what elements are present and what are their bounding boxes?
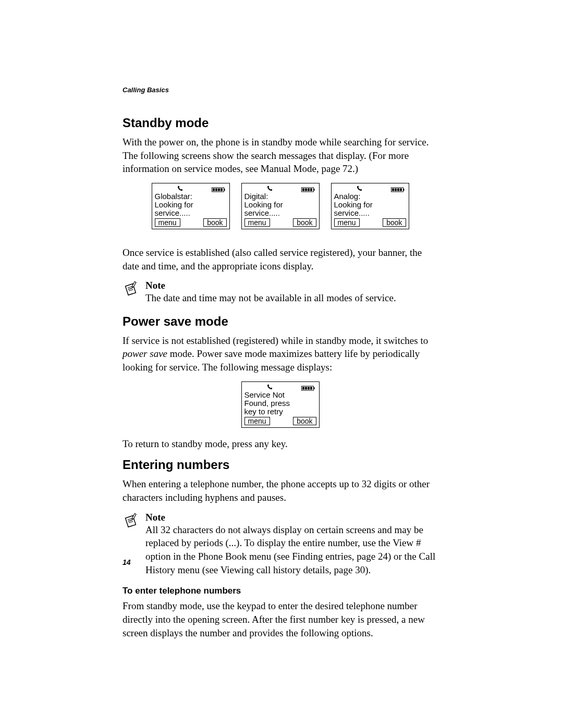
battery-icon — [211, 186, 226, 191]
text-run: If service is not established (registere… — [123, 335, 428, 346]
note-block: Note All 32 characters do not always dis… — [123, 512, 438, 577]
note-label: Note — [145, 512, 438, 523]
paragraph: If service is not established (registere… — [123, 334, 438, 374]
softkey-left: menu — [244, 218, 270, 227]
phone-screen: Digital: Looking for service..... menu b… — [241, 183, 320, 229]
note-block: Note The date and time may not be availa… — [123, 280, 438, 305]
screen-text-line: Looking for — [244, 201, 316, 209]
screen-text-line: Globalstar: — [155, 192, 227, 201]
battery-icon — [390, 186, 405, 191]
note-label: Note — [145, 280, 438, 291]
text-emphasis: power save — [123, 348, 167, 359]
note-icon — [123, 281, 138, 297]
softkey-right: book — [203, 218, 226, 227]
screen-text-line: Service Not — [244, 391, 316, 399]
screen-text-line: Digital: — [244, 192, 316, 201]
softkey-right: book — [293, 417, 316, 425]
screen-text-line: service..... — [334, 209, 406, 217]
heading-standby-mode: Standby mode — [123, 116, 438, 130]
paragraph: From standby mode, use the keypad to ent… — [123, 599, 438, 639]
phone-screen: Service Not Found, press key to retry me… — [241, 381, 320, 428]
heading-entering-numbers: Entering numbers — [123, 458, 438, 472]
softkey-right: book — [293, 218, 316, 227]
phone-screen: Analog: Looking for service..... menu bo… — [331, 183, 409, 229]
paragraph: To return to standby mode, press any key… — [123, 437, 438, 451]
handset-icon — [266, 384, 273, 390]
screen-text-line: Analog: — [334, 192, 406, 201]
screen-text-line: Found, press — [244, 399, 316, 408]
battery-icon — [301, 384, 315, 389]
running-header: Calling Basics — [123, 86, 438, 94]
screen-text-line: key to retry — [244, 408, 316, 416]
page-number: 14 — [123, 558, 131, 566]
softkey-left: menu — [244, 417, 270, 425]
handset-icon — [356, 185, 362, 191]
handset-icon — [177, 185, 183, 191]
softkey-left: menu — [155, 218, 180, 227]
battery-icon — [301, 186, 315, 191]
paragraph: When entering a telephone number, the ph… — [123, 477, 438, 504]
note-text: The date and time may not be available i… — [145, 291, 438, 305]
paragraph: Once service is established (also called… — [123, 246, 438, 273]
screen-text-line: service..... — [155, 209, 227, 217]
softkey-left: menu — [334, 218, 360, 227]
phone-screen: Globalstar: Looking for service..... men… — [152, 183, 230, 229]
text-run: mode. Power save mode maximizes battery … — [123, 348, 420, 373]
screen-text-line: Looking for — [155, 201, 227, 209]
note-icon — [123, 513, 138, 528]
screens-row: Globalstar: Looking for service..... men… — [123, 183, 438, 229]
screen-text-line: Looking for — [334, 201, 406, 209]
handset-icon — [266, 185, 273, 191]
softkey-right: book — [383, 218, 406, 227]
subheading-to-enter-numbers: To enter telephone numbers — [123, 586, 438, 596]
paragraph: With the power on, the phone is in stand… — [123, 135, 438, 176]
note-text: All 32 characters do not always display … — [145, 523, 438, 577]
heading-power-save-mode: Power save mode — [123, 314, 438, 329]
screen-text-line: service..... — [244, 209, 316, 217]
